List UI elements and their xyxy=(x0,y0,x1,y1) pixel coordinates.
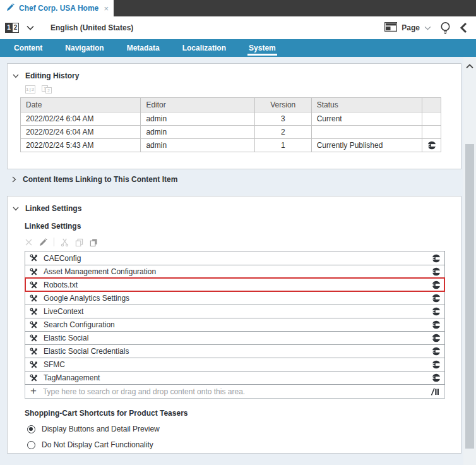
linked-setting-label: TagManagement xyxy=(44,373,426,382)
content-type-selector[interactable]: Page xyxy=(384,22,431,33)
linked-setting-item[interactable]: TagManagement xyxy=(25,371,444,384)
column-header xyxy=(422,98,441,112)
shortcuts-title: Shopping-Cart Shortcuts for Product Teas… xyxy=(25,409,461,418)
linked-setting-label: Asset Management Configuration xyxy=(44,267,426,276)
published-status-icon xyxy=(432,360,441,369)
tab-localization[interactable]: Localization xyxy=(181,39,227,57)
editing-history-header[interactable]: Editing History xyxy=(8,64,461,80)
copy-icon[interactable] xyxy=(75,238,83,246)
version-selector[interactable]: 1 2 xyxy=(5,23,19,33)
published-status-icon xyxy=(432,281,441,289)
add-plus-icon[interactable]: + xyxy=(30,385,37,396)
published-status-icon xyxy=(432,373,441,382)
linked-setting-item[interactable]: Asset Management Configuration xyxy=(25,265,444,278)
edit-pencil-icon[interactable] xyxy=(39,238,47,246)
linked-setting-item[interactable]: Robots.txt xyxy=(25,278,444,291)
linked-setting-label: Search Configuration xyxy=(44,320,426,329)
linked-settings-toolbar xyxy=(25,237,461,247)
settings-tools-icon xyxy=(30,374,38,382)
cut-scissors-icon[interactable] xyxy=(61,238,69,246)
settings-tools-icon xyxy=(30,268,38,276)
merge-versions-icon[interactable]: 12 xyxy=(42,85,52,94)
published-status-icon xyxy=(432,267,441,276)
paste-icon[interactable] xyxy=(90,238,98,246)
section-title: Editing History xyxy=(25,71,79,80)
document-toolbar: 1 2 English (United States) Page xyxy=(0,16,476,39)
radio-button[interactable] xyxy=(27,441,35,449)
linked-setting-label: Robots.txt xyxy=(44,281,426,289)
toolbar-divider xyxy=(54,238,54,246)
chevron-expanded-icon xyxy=(13,207,19,211)
table-cell: admin xyxy=(140,139,254,152)
column-header: Status xyxy=(311,98,422,112)
table-cell: admin xyxy=(140,112,254,125)
table-cell: 2022/02/24 5:43 AM xyxy=(21,139,140,152)
settings-tools-icon xyxy=(30,294,38,303)
published-status-icon xyxy=(432,347,441,356)
linked-setting-item[interactable]: Google Analytics Settings xyxy=(25,291,444,305)
linked-settings-list: CAEConfigAsset Management ConfigurationR… xyxy=(25,251,445,385)
linked-setting-item[interactable]: Elastic Social Credentials xyxy=(25,344,444,358)
chevron-expanded-icon xyxy=(13,74,19,78)
tab-content[interactable]: Content xyxy=(13,39,44,57)
settings-tools-icon xyxy=(30,347,38,356)
published-status-icon xyxy=(432,307,441,316)
published-status-icon xyxy=(432,334,441,342)
settings-tools-icon xyxy=(30,321,38,329)
linked-setting-label: SFMC xyxy=(44,360,426,369)
tab-metadata[interactable]: Metadata xyxy=(126,39,161,57)
linked-settings-header[interactable]: Linked Settings xyxy=(8,196,461,213)
linked-settings-panel: Linked Settings Linked Settings xyxy=(7,196,461,454)
table-cell: 2022/02/24 6:04 AM xyxy=(21,126,140,138)
table-row[interactable]: 2022/02/24 6:04 AMadmin2 xyxy=(21,125,441,138)
linking-section-header[interactable]: Content Items Linking to This Content It… xyxy=(12,175,177,184)
compare-versions-icon[interactable]: 1|2 xyxy=(25,85,35,94)
linked-setting-item[interactable]: Elastic Social xyxy=(25,331,444,344)
radio-label: Do Not Display Cart Functionality xyxy=(42,440,153,449)
table-cell xyxy=(422,112,441,125)
linked-setting-item[interactable]: Search Configuration xyxy=(25,318,444,331)
form-tabbar: ContentNavigationMetadataLocalizationSys… xyxy=(0,39,476,57)
scrollbar-thumb[interactable] xyxy=(465,144,474,449)
close-icon[interactable]: × xyxy=(104,4,109,13)
radio-option[interactable]: Do Not Display Cart Functionality xyxy=(27,440,461,449)
published-status-icon xyxy=(432,294,441,303)
vertical-scrollbar[interactable] xyxy=(463,57,476,465)
column-header: Date xyxy=(21,98,140,112)
document-tab-title: Chef Corp. USA Home P... xyxy=(19,4,99,13)
collapse-panel-icon[interactable] xyxy=(460,22,467,33)
chevron-down-icon[interactable] xyxy=(27,25,34,30)
linked-setting-item[interactable]: SFMC xyxy=(25,358,444,371)
table-cell xyxy=(422,126,441,138)
table-row[interactable]: 2022/02/24 6:04 AMadmin3Current xyxy=(21,112,441,125)
document-tab[interactable]: Chef Corp. USA Home P... × xyxy=(0,0,114,16)
published-status-icon xyxy=(422,139,441,152)
published-status-icon xyxy=(432,320,441,329)
linked-setting-item[interactable]: CAEConfig xyxy=(25,251,444,265)
table-cell xyxy=(311,126,422,138)
open-library-icon[interactable] xyxy=(431,387,439,396)
settings-tools-icon xyxy=(30,334,38,342)
tab-system[interactable]: System xyxy=(247,39,277,57)
table-cell: Current xyxy=(311,112,422,125)
linked-setting-label: Elastic Social xyxy=(44,334,426,342)
editing-history-panel: Editing History 1|2 12 DateEditorVersion… xyxy=(7,63,461,169)
document-tabstrip: Chef Corp. USA Home P... × xyxy=(0,0,476,16)
radio-button[interactable] xyxy=(27,425,35,433)
radio-label: Display Buttons and Detail Preview xyxy=(42,425,160,433)
table-cell: 2022/02/24 6:04 AM xyxy=(21,112,140,125)
tab-navigation[interactable]: Navigation xyxy=(64,39,105,57)
lightbulb-icon[interactable] xyxy=(440,21,451,35)
table-cell: Currently Published xyxy=(311,139,422,152)
content-search-row: + xyxy=(25,385,445,399)
linked-setting-item[interactable]: LiveContext xyxy=(25,305,444,318)
content-search-input[interactable] xyxy=(43,387,424,396)
published-status-icon xyxy=(432,254,441,263)
scroll-up-icon[interactable] xyxy=(466,62,473,71)
shortcuts-radio-group: Display Buttons and Detail PreviewDo Not… xyxy=(8,425,461,449)
remove-icon[interactable] xyxy=(25,238,33,246)
radio-option[interactable]: Display Buttons and Detail Preview xyxy=(27,425,461,433)
table-header-row: DateEditorVersionStatus xyxy=(21,98,441,112)
table-row[interactable]: 2022/02/24 5:43 AMadmin1Currently Publis… xyxy=(21,138,441,152)
page-layout-icon xyxy=(384,22,397,33)
